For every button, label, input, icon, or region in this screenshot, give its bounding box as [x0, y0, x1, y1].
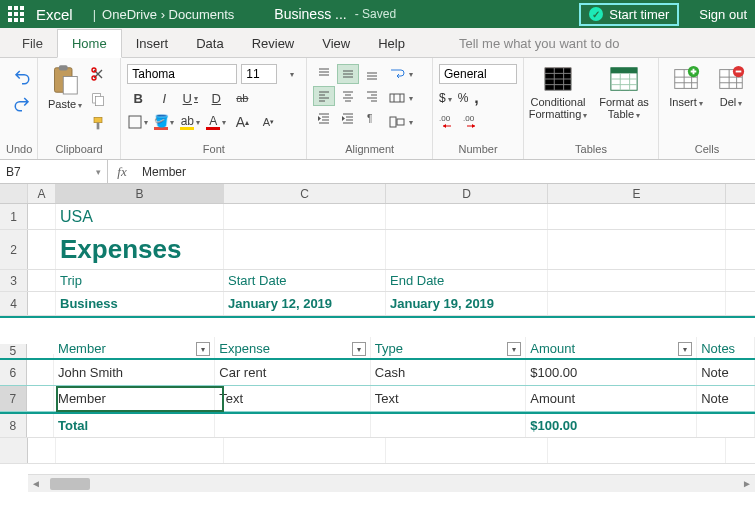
- col-header-d[interactable]: D: [386, 184, 548, 203]
- cell[interactable]: [548, 204, 726, 229]
- cell-member-selected[interactable]: Member: [54, 386, 215, 411]
- row-header-empty[interactable]: [0, 438, 28, 463]
- col-header-a[interactable]: A: [28, 184, 56, 203]
- table-header-type[interactable]: Type ▾: [371, 337, 527, 358]
- row-header-4[interactable]: 4: [0, 292, 28, 315]
- cell[interactable]: [28, 270, 56, 291]
- border-button[interactable]: [127, 112, 149, 132]
- tab-data[interactable]: Data: [182, 30, 237, 57]
- cell[interactable]: [386, 230, 548, 269]
- undo-button[interactable]: [13, 68, 31, 89]
- format-painter-button[interactable]: [90, 116, 106, 135]
- cell[interactable]: [28, 204, 56, 229]
- cell-label-start[interactable]: Start Date: [224, 270, 386, 291]
- comma-button[interactable]: ,: [474, 89, 478, 107]
- filter-icon[interactable]: ▾: [678, 342, 692, 356]
- table-header-notes[interactable]: Notes: [697, 337, 755, 358]
- filter-icon[interactable]: ▾: [352, 342, 366, 356]
- start-timer-button[interactable]: ✓ Start timer: [579, 3, 679, 26]
- formula-input[interactable]: Member: [136, 165, 186, 179]
- font-shrink-button[interactable]: A▾: [257, 112, 279, 132]
- breadcrumb[interactable]: OneDrive › Documents: [102, 7, 234, 22]
- cell[interactable]: [548, 438, 726, 463]
- cell[interactable]: [27, 386, 54, 411]
- align-bottom-button[interactable]: [361, 64, 383, 84]
- align-center-button[interactable]: [337, 86, 359, 106]
- cell-country[interactable]: USA: [56, 204, 224, 229]
- table-header-expense[interactable]: Expense ▾: [215, 337, 371, 358]
- row-header-7[interactable]: 7: [0, 386, 27, 411]
- horizontal-scrollbar[interactable]: ◄ ►: [28, 474, 755, 492]
- cell[interactable]: [27, 360, 54, 385]
- fx-icon[interactable]: fx: [108, 164, 136, 180]
- align-top-button[interactable]: [313, 64, 335, 84]
- font-size-more[interactable]: [281, 64, 300, 84]
- breadcrumb-documents[interactable]: Documents: [169, 7, 235, 22]
- cell[interactable]: [215, 414, 371, 437]
- insert-cells-button[interactable]: Insert: [665, 64, 707, 110]
- row-header-1[interactable]: 1: [0, 204, 28, 229]
- font-color-button[interactable]: A: [205, 112, 227, 132]
- cell-total-amount[interactable]: $100.00: [526, 414, 697, 437]
- orientation-button[interactable]: [389, 112, 413, 132]
- cell-type[interactable]: Cash: [371, 360, 527, 385]
- filter-icon[interactable]: ▾: [507, 342, 521, 356]
- align-left-button[interactable]: [313, 86, 335, 106]
- redo-button[interactable]: [13, 95, 31, 116]
- cell-value-trip[interactable]: Business: [56, 292, 224, 315]
- cell-title[interactable]: Expenses: [56, 230, 224, 269]
- tab-review[interactable]: Review: [238, 30, 309, 57]
- document-name[interactable]: Business ...: [274, 6, 346, 22]
- rtl-button[interactable]: ¶: [361, 108, 383, 128]
- cell[interactable]: [386, 204, 548, 229]
- row-header-8[interactable]: 8: [0, 414, 27, 437]
- bold-button[interactable]: B: [127, 88, 149, 108]
- indent-decrease-button[interactable]: [313, 108, 335, 128]
- highlight-button[interactable]: ab: [179, 112, 201, 132]
- cell-expense[interactable]: Text: [215, 386, 371, 411]
- col-header-e[interactable]: E: [548, 184, 726, 203]
- cell[interactable]: [224, 230, 386, 269]
- delete-cells-button[interactable]: Del: [713, 64, 749, 110]
- tab-help[interactable]: Help: [364, 30, 419, 57]
- row-header-5[interactable]: 5: [0, 344, 27, 358]
- percent-button[interactable]: %: [458, 91, 469, 105]
- select-all-corner[interactable]: [0, 184, 28, 203]
- cell-amount[interactable]: $100.00: [526, 360, 697, 385]
- align-middle-button[interactable]: [337, 64, 359, 84]
- copy-button[interactable]: [90, 91, 106, 110]
- cell[interactable]: [548, 292, 726, 315]
- currency-button[interactable]: $: [439, 91, 452, 105]
- cell[interactable]: [548, 230, 726, 269]
- cell-label-end[interactable]: End Date: [386, 270, 548, 291]
- cell-expense[interactable]: Car rent: [215, 360, 371, 385]
- table-header-member[interactable]: Member ▾: [54, 337, 215, 358]
- cell-label-trip[interactable]: Trip: [56, 270, 224, 291]
- font-grow-button[interactable]: A▴: [231, 112, 253, 132]
- strikethrough-button[interactable]: ab: [231, 88, 253, 108]
- double-underline-button[interactable]: D: [205, 88, 227, 108]
- scroll-left-icon[interactable]: ◄: [28, 478, 44, 489]
- row-header-2[interactable]: 2: [0, 230, 28, 269]
- format-as-table-button[interactable]: Format as Table: [596, 64, 652, 122]
- cell-notes[interactable]: Note: [697, 386, 755, 411]
- align-right-button[interactable]: [361, 86, 383, 106]
- filter-icon[interactable]: ▾: [196, 342, 210, 356]
- merge-button[interactable]: [389, 88, 413, 108]
- decrease-decimal-button[interactable]: .00: [439, 113, 457, 132]
- indent-increase-button[interactable]: [337, 108, 359, 128]
- tab-home[interactable]: Home: [57, 29, 122, 58]
- tab-file[interactable]: File: [8, 30, 57, 57]
- col-header-c[interactable]: C: [224, 184, 386, 203]
- table-header-amount[interactable]: Amount ▾: [526, 337, 697, 358]
- col-header-b[interactable]: B: [56, 184, 224, 203]
- underline-button[interactable]: U: [179, 88, 201, 108]
- tell-me-input[interactable]: Tell me what you want to do: [449, 30, 629, 57]
- app-launcher-icon[interactable]: [8, 6, 24, 22]
- conditional-formatting-button[interactable]: Conditional Formatting: [530, 64, 586, 122]
- sign-out-link[interactable]: Sign out: [699, 7, 747, 22]
- cut-button[interactable]: [90, 66, 106, 85]
- scroll-thumb[interactable]: [50, 478, 90, 490]
- cell[interactable]: [27, 414, 54, 437]
- cell[interactable]: [371, 414, 527, 437]
